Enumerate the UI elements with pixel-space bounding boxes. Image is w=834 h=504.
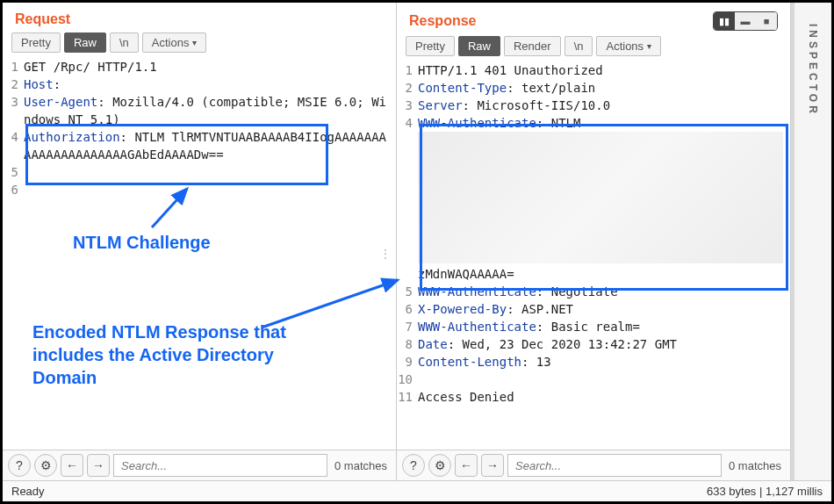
tab-newline[interactable]: \n	[110, 32, 139, 53]
tab-raw[interactable]: Raw	[64, 32, 106, 53]
code-line: 11Access Denied	[397, 388, 790, 406]
status-right: 633 bytes | 1,127 millis	[707, 485, 823, 498]
gutter: 6	[397, 300, 418, 318]
code-content: Date: Wed, 23 Dec 2020 13:42:27 GMT	[418, 335, 790, 353]
code-content: Host:	[24, 76, 396, 93]
gutter: 5	[3, 163, 24, 181]
code-content: WWW-Authenticate: Basic realm=	[418, 318, 790, 335]
tab-pretty[interactable]: Pretty	[406, 36, 455, 56]
request-toolbar: Pretty Raw \n Actions▾	[3, 32, 396, 58]
code-line: 5	[3, 163, 396, 181]
code-content: WWW-Authenticate: NTLM	[418, 114, 790, 132]
gutter: 4	[397, 114, 418, 132]
search-input[interactable]	[113, 454, 327, 477]
code-content	[24, 163, 396, 181]
request-footer: ? ⚙ ← → 0 matches	[3, 450, 396, 480]
help-icon[interactable]: ?	[8, 454, 31, 477]
code-line: 10	[397, 371, 790, 388]
inspector-label: INSPECTOR	[807, 24, 819, 117]
response-footer: ? ⚙ ← → 0 matches	[397, 450, 790, 480]
layout-toggle[interactable]: ▮▮ ▬ ■	[713, 11, 778, 31]
gutter: 2	[397, 79, 418, 97]
actions-dropdown[interactable]: Actions▾	[596, 36, 661, 56]
tab-raw[interactable]: Raw	[458, 36, 500, 56]
search-input[interactable]	[507, 454, 722, 477]
code-line: 1HTTP/1.1 401 Unauthorized	[397, 61, 790, 79]
drag-handle-icon[interactable]: ⋮	[379, 245, 391, 263]
forward-icon[interactable]: →	[481, 454, 504, 477]
request-pane: Request Pretty Raw \n Actions▾ ⋮ 1GET /R…	[3, 3, 397, 480]
back-icon[interactable]: ←	[455, 454, 478, 477]
gutter: 9	[397, 353, 418, 371]
layout-split-icon[interactable]: ▮▮	[714, 12, 735, 30]
code-line: 4WWW-Authenticate: NTLM	[397, 114, 790, 132]
layout-single-icon[interactable]: ■	[756, 12, 777, 30]
code-content: HTTP/1.1 401 Unauthorized	[418, 61, 790, 79]
code-line: 1GET /Rpc/ HTTP/1.1	[3, 58, 396, 76]
match-count: 0 matches	[725, 459, 785, 472]
code-line: 3User-Agent: Mozilla/4.0 (compatible; MS…	[3, 93, 396, 128]
code-content: WWW-Authenticate: Negotiate	[418, 283, 790, 300]
status-bar: Ready 633 bytes | 1,127 millis	[3, 480, 831, 501]
code-content	[418, 371, 790, 388]
code-content: X-Powered-By: ASP.NET	[418, 300, 790, 318]
actions-dropdown[interactable]: Actions▾	[142, 32, 207, 53]
tab-render[interactable]: Render	[504, 36, 561, 56]
code-content: Access Denied	[418, 388, 790, 406]
code-line: 9Content-Length: 13	[397, 353, 790, 371]
code-line: 4Authorization: NTLM TlRMTVNTUAABAAAAB4I…	[3, 128, 396, 163]
code-content: Content-Type: text/plain	[418, 79, 790, 97]
code-line: 6X-Powered-By: ASP.NET	[397, 300, 790, 318]
code-line: 7WWW-Authenticate: Basic realm=	[397, 318, 790, 335]
code-content: GET /Rpc/ HTTP/1.1	[24, 58, 396, 76]
code-line: 2Host:	[3, 76, 396, 93]
help-icon[interactable]: ?	[402, 454, 425, 477]
gutter: 3	[397, 97, 418, 114]
gutter: 3	[3, 93, 24, 128]
code-content: Authorization: NTLM TlRMTVNTUAABAAAAB4II…	[24, 128, 396, 163]
gutter: 8	[397, 335, 418, 353]
response-editor[interactable]: 1HTTP/1.1 401 Unauthorized2Content-Type:…	[397, 61, 790, 450]
status-left: Ready	[11, 485, 45, 498]
code-content: Server: Microsoft-IIS/10.0	[418, 97, 790, 114]
code-content	[24, 181, 396, 198]
chevron-down-icon: ▾	[192, 38, 197, 47]
response-pane: Response ▮▮ ▬ ■ Pretty Raw Render \n Act…	[397, 3, 791, 480]
request-editor[interactable]: ⋮ 1GET /Rpc/ HTTP/1.12Host: 3User-Agent:…	[3, 58, 396, 450]
code-line: 3Server: Microsoft-IIS/10.0	[397, 97, 790, 114]
annotation-encoded: Encoded NTLM Response that includes the …	[32, 320, 322, 389]
annotation-challenge: NTLM Challenge	[73, 233, 211, 253]
gutter: 10	[397, 371, 418, 388]
back-icon[interactable]: ←	[61, 454, 83, 477]
gutter: 4	[3, 128, 24, 163]
code-line: 8Date: Wed, 23 Dec 2020 13:42:27 GMT	[397, 335, 790, 353]
layout-stack-icon[interactable]: ▬	[735, 12, 756, 30]
code-line: 2Content-Type: text/plain	[397, 79, 790, 97]
chevron-down-icon: ▾	[647, 41, 651, 51]
gear-icon[interactable]: ⚙	[428, 454, 451, 477]
inspector-panel[interactable]: INSPECTOR	[791, 3, 831, 480]
gutter: 5	[397, 283, 418, 300]
gutter: 11	[397, 388, 418, 406]
code-content: Content-Length: 13	[418, 353, 790, 371]
request-title: Request	[15, 11, 70, 27]
forward-icon[interactable]: →	[87, 454, 110, 477]
code-line: 5WWW-Authenticate: Negotiate	[397, 283, 790, 300]
gutter: 7	[397, 318, 418, 335]
gutter: 1	[397, 61, 418, 79]
gutter: 2	[3, 76, 24, 93]
redacted-block: zMdnWAQAAAAA=	[397, 132, 790, 283]
gear-icon[interactable]: ⚙	[34, 454, 57, 477]
inspector-handle-icon[interactable]	[804, 10, 822, 13]
match-count: 0 matches	[331, 459, 391, 472]
response-title: Response	[409, 13, 476, 29]
tab-newline[interactable]: \n	[564, 36, 593, 56]
tab-pretty[interactable]: Pretty	[11, 32, 61, 53]
code-content: User-Agent: Mozilla/4.0 (compatible; MSI…	[24, 93, 396, 128]
code-line: 6	[3, 181, 396, 198]
gutter: 6	[3, 181, 24, 198]
response-toolbar: Pretty Raw Render \n Actions▾	[397, 36, 790, 61]
gutter: 1	[3, 58, 24, 76]
